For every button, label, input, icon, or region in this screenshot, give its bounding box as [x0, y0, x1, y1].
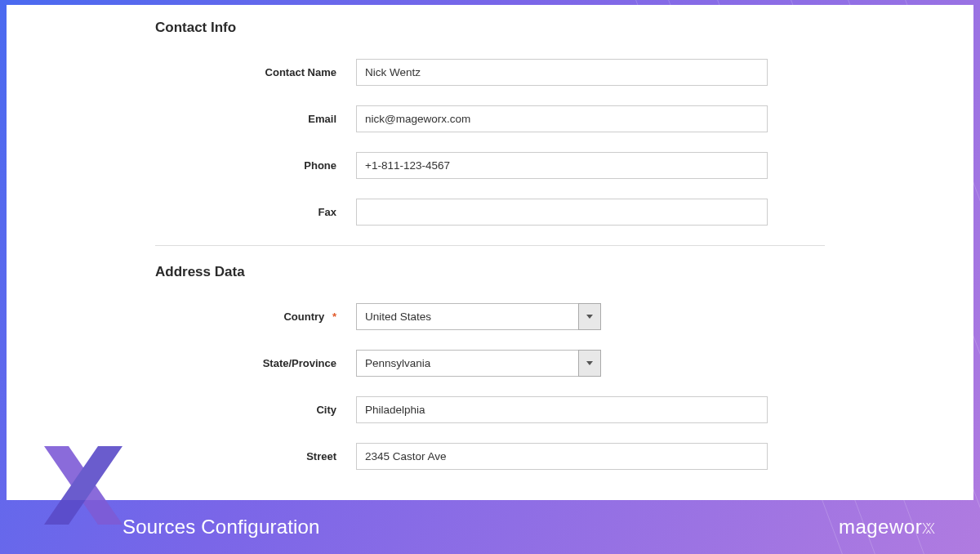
footer-bar: Sources Configuration mageworx — [0, 500, 980, 554]
row-phone: Phone — [155, 152, 825, 179]
label-email: Email — [155, 113, 356, 125]
input-city[interactable] — [356, 396, 768, 423]
label-country: Country * — [155, 311, 356, 323]
label-state: State/Province — [155, 357, 356, 369]
row-street: Street — [155, 443, 825, 470]
row-country: Country * United States — [155, 303, 825, 330]
input-contact-name[interactable] — [356, 59, 768, 86]
select-state[interactable]: Pennsylvania — [356, 350, 601, 377]
label-contact-name: Contact Name — [155, 66, 356, 78]
label-street: Street — [155, 450, 356, 462]
footer-title: Sources Configuration — [122, 516, 320, 538]
required-star-icon: * — [332, 311, 336, 323]
label-fax: Fax — [155, 206, 356, 218]
input-fax[interactable] — [356, 199, 768, 226]
brand-text: magewor — [839, 516, 922, 538]
row-email: Email — [155, 105, 825, 132]
section-divider — [155, 245, 825, 246]
section-title-contact: Contact Info — [155, 20, 825, 36]
select-country[interactable]: United States — [356, 303, 601, 330]
select-state-value: Pennsylvania — [356, 350, 578, 377]
brand-x-icon: x — [923, 516, 934, 538]
select-state-toggle[interactable] — [578, 350, 601, 377]
input-email[interactable] — [356, 105, 768, 132]
brand-logo: mageworx — [839, 516, 934, 538]
select-country-value: United States — [356, 303, 578, 330]
row-city: City — [155, 396, 825, 423]
select-country-toggle[interactable] — [578, 303, 601, 330]
gradient-frame: Contact Info Contact Name Email Phone — [0, 0, 980, 554]
label-phone: Phone — [155, 159, 356, 172]
input-phone[interactable] — [356, 152, 768, 179]
label-country-text: Country — [283, 311, 324, 323]
chevron-down-icon — [586, 361, 593, 365]
chevron-down-icon — [586, 315, 593, 319]
section-title-address: Address Data — [155, 264, 825, 280]
input-street[interactable] — [356, 443, 768, 470]
row-fax: Fax — [155, 199, 825, 226]
form-panel: Contact Info Contact Name Email Phone — [7, 5, 973, 500]
row-contact-name: Contact Name — [155, 59, 825, 86]
row-state: State/Province Pennsylvania — [155, 350, 825, 377]
label-city: City — [155, 404, 356, 416]
